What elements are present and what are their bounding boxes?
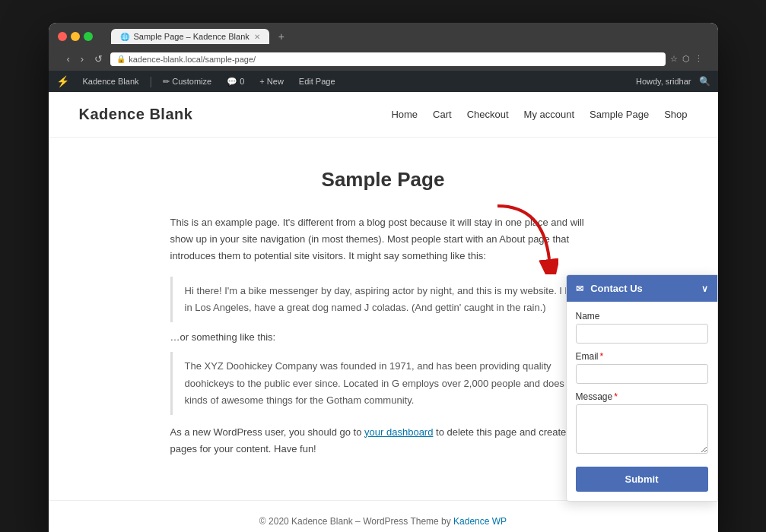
wp-customize[interactable]: ✏ Customize xyxy=(157,74,218,90)
nav-shop[interactable]: Shop xyxy=(664,109,687,120)
forward-button[interactable]: › xyxy=(78,52,87,66)
ellipsis-text: …or something like this: xyxy=(170,331,596,343)
wp-edit-page[interactable]: Edit Page xyxy=(293,74,342,89)
page-title: Sample Page xyxy=(79,168,688,192)
menu-icon[interactable]: ⋮ xyxy=(694,54,703,64)
nav-checkout[interactable]: Checkout xyxy=(467,109,509,120)
name-input[interactable] xyxy=(576,324,708,344)
email-field-group: Email* xyxy=(576,351,708,384)
submit-button[interactable]: Submit xyxy=(576,467,708,492)
reload-button[interactable]: ↺ xyxy=(91,52,106,66)
browser-tab[interactable]: 🌐 Sample Page – Kadence Blank ✕ xyxy=(111,29,269,44)
tab-label: Sample Page – Kadence Blank xyxy=(134,32,250,41)
intro-paragraph: This is an example page. It's different … xyxy=(170,214,596,264)
wp-site-name[interactable]: Kadence Blank xyxy=(77,74,145,89)
close-button[interactable] xyxy=(58,32,67,41)
star-icon[interactable]: ☆ xyxy=(670,54,678,64)
message-field-group: Message* xyxy=(576,391,708,456)
wp-logo[interactable]: ⚡ xyxy=(56,75,69,87)
email-required-marker: * xyxy=(600,351,604,362)
content-body: This is an example page. It's different … xyxy=(170,214,596,458)
name-label: Name xyxy=(576,311,708,321)
nav-cart[interactable]: Cart xyxy=(433,109,452,120)
dashboard-link[interactable]: your dashboard xyxy=(364,426,433,438)
nav-myaccount[interactable]: My account xyxy=(524,109,574,120)
message-label: Message* xyxy=(576,391,708,402)
minimize-button[interactable] xyxy=(71,32,80,41)
footer-link[interactable]: Kadence WP xyxy=(453,516,507,527)
browser-window: 🌐 Sample Page – Kadence Blank ✕ + ‹ › ↺ … xyxy=(49,23,718,532)
url-bar[interactable]: 🔒 kadence-blank.local/sample-page/ xyxy=(110,52,665,66)
site-nav: Home Cart Checkout My account Sample Pag… xyxy=(391,109,687,120)
blockquote-1: Hi there! I'm a bike messenger by day, a… xyxy=(170,277,596,322)
name-field-group: Name xyxy=(576,311,708,344)
chevron-down-icon: ∨ xyxy=(701,283,708,294)
tab-favicon: 🌐 xyxy=(120,33,129,41)
blockquote-2: The XYZ Doohickey Company was founded in… xyxy=(170,352,596,414)
url-bar-row: ‹ › ↺ 🔒 kadence-blank.local/sample-page/… xyxy=(58,49,709,71)
message-required-marker: * xyxy=(614,391,618,402)
outro-paragraph: As a new WordPress user, you should go t… xyxy=(170,424,596,458)
contact-widget-header[interactable]: ✉ Contact Us ∨ xyxy=(567,275,717,302)
site-footer: © 2020 Kadence Blank – WordPress Theme b… xyxy=(49,500,718,532)
lock-icon: 🔒 xyxy=(116,55,126,63)
nav-home[interactable]: Home xyxy=(391,109,418,120)
tab-bar: 🌐 Sample Page – Kadence Blank ✕ + xyxy=(111,29,289,44)
footer-text: © 2020 Kadence Blank – WordPress Theme b… xyxy=(259,516,453,527)
wp-search-icon[interactable]: 🔍 xyxy=(699,76,710,87)
email-input[interactable] xyxy=(576,364,708,384)
nav-sample-page[interactable]: Sample Page xyxy=(590,109,649,120)
contact-widget-body: Name Email* Message* Submit xyxy=(567,302,717,501)
new-tab-button[interactable]: + xyxy=(274,29,289,44)
envelope-icon: ✉ xyxy=(576,283,583,294)
page-content: Sample Page This is an example page. It'… xyxy=(49,138,718,500)
message-input[interactable] xyxy=(576,404,708,454)
fullscreen-button[interactable] xyxy=(84,32,93,41)
wp-howdy: Howdy, sridhar xyxy=(636,77,691,86)
email-label: Email* xyxy=(576,351,708,362)
extensions-icon[interactable]: ⬡ xyxy=(682,54,690,64)
wp-new[interactable]: + New xyxy=(253,74,290,89)
wp-comments[interactable]: 💬 0 xyxy=(221,74,250,90)
browser-chrome: 🌐 Sample Page – Kadence Blank ✕ + ‹ › ↺ … xyxy=(49,23,718,71)
contact-widget-title: Contact Us xyxy=(590,283,643,294)
back-button[interactable]: ‹ xyxy=(64,52,73,66)
wp-admin-bar: ⚡ Kadence Blank | ✏ Customize 💬 0 + New … xyxy=(49,71,718,92)
tab-close-button[interactable]: ✕ xyxy=(254,33,260,41)
site-logo[interactable]: Kadence Blank xyxy=(79,106,193,123)
url-text: kadence-blank.local/sample-page/ xyxy=(129,55,256,64)
titlebar: 🌐 Sample Page – Kadence Blank ✕ + xyxy=(58,29,709,44)
contact-widget: ✉ Contact Us ∨ Name Email* xyxy=(566,274,718,502)
traffic-lights xyxy=(58,32,93,41)
site-header: Kadence Blank Home Cart Checkout My acco… xyxy=(49,92,718,138)
url-actions: ☆ ⬡ ⋮ xyxy=(670,54,703,64)
